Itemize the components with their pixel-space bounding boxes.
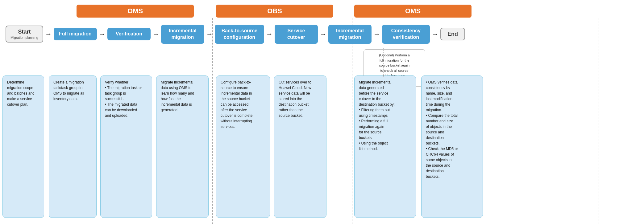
oms-header-2: OMS xyxy=(354,5,472,18)
desc-consistency: • OMS verifies data consistency by name,… xyxy=(421,75,483,218)
step-back-to-source[interactable]: Back-to-source configuration xyxy=(215,25,264,44)
obs-label: OBS xyxy=(267,7,282,15)
step-service-cutover[interactable]: Service cutover xyxy=(275,25,318,44)
divider-4 xyxy=(599,18,599,224)
step-incremental-2[interactable]: Incremental migration xyxy=(328,25,372,44)
svg-marker-1 xyxy=(383,75,384,77)
arrow-6: → xyxy=(318,30,328,38)
oms2-label: OMS xyxy=(405,7,421,15)
start-title: Start xyxy=(18,29,31,35)
arrow-3: → xyxy=(151,30,161,38)
step-full-migration[interactable]: Full migration xyxy=(54,28,97,40)
desc-incremental-2: Migrate incremental data generated befor… xyxy=(354,75,416,218)
optional-connector xyxy=(383,48,384,79)
steps-row: Start Migration planning → Full migratio… xyxy=(0,25,644,44)
arrow-7: → xyxy=(372,30,382,38)
desc-verification: Verify whether: • The migration task or … xyxy=(100,75,152,218)
end-title: End xyxy=(447,31,458,37)
arrow-8: → xyxy=(430,30,440,38)
desc-back-to-source: Configure back-to- source to ensure incr… xyxy=(216,75,270,218)
oms1-label: OMS xyxy=(127,7,143,15)
step-consistency[interactable]: Consistency verification xyxy=(382,25,430,44)
desc-start: Determine migration scope and batches an… xyxy=(2,75,44,218)
obs-header: OBS xyxy=(216,5,333,18)
arrow-2: → xyxy=(97,30,107,38)
step-verification[interactable]: Verification xyxy=(107,28,151,40)
divider-2 xyxy=(212,18,213,224)
start-node: Start Migration planning xyxy=(6,26,43,43)
diagram-container: OMS OBS OMS Start Migration planning → F… xyxy=(0,0,644,224)
desc-service-cutover: Cut services over to Huawei Cloud. New s… xyxy=(274,75,326,218)
step-incremental-1[interactable]: Incremental migration xyxy=(161,25,204,44)
start-sub: Migration planning xyxy=(10,36,38,39)
oms-header-1: OMS xyxy=(77,5,194,18)
divider-3 xyxy=(352,18,352,224)
arrow-1: → xyxy=(43,30,54,38)
end-node: End xyxy=(440,28,465,40)
arrow-4: → xyxy=(204,30,215,38)
desc-full-migration: Create a migration task/task group in OM… xyxy=(49,75,97,218)
arrow-5: → xyxy=(264,30,275,38)
divider-1 xyxy=(46,18,46,224)
desc-incremental-1: Migrate incremental data using OMS to le… xyxy=(156,75,209,218)
